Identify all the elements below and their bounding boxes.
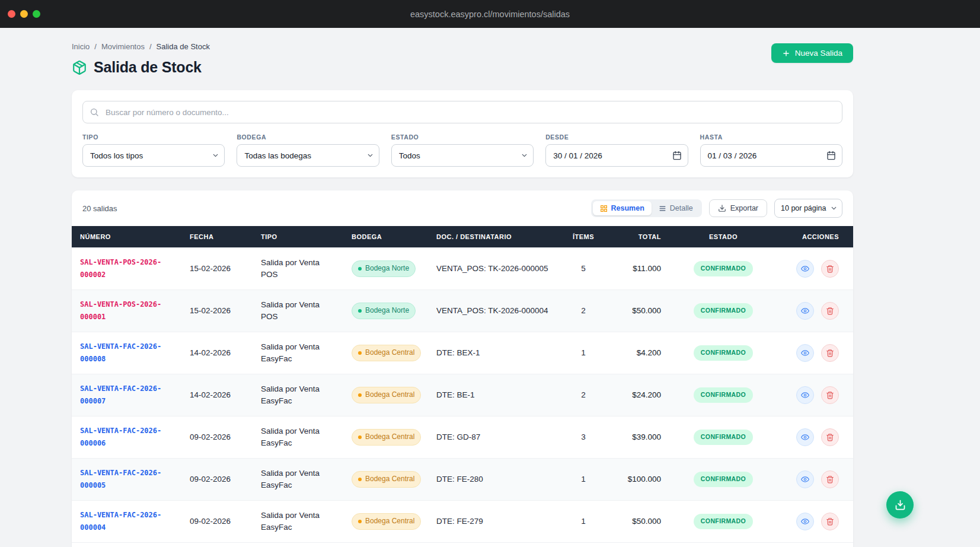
download-box-icon bbox=[894, 499, 906, 511]
page-title: Salida de Stock bbox=[94, 59, 202, 76]
movement-number-link[interactable]: SAL-VENTA-FAC-2026-000008 bbox=[80, 341, 173, 365]
view-detalle-button[interactable]: Detalle bbox=[652, 201, 700, 215]
new-salida-button[interactable]: Nueva Salida bbox=[771, 43, 853, 63]
view-resumen-button[interactable]: Resumen bbox=[593, 201, 652, 215]
movement-type: Salida por Venta EasyFac bbox=[253, 416, 343, 459]
download-fab-button[interactable] bbox=[886, 491, 914, 519]
header-bodega: BODEGA bbox=[343, 226, 428, 248]
delete-button[interactable] bbox=[821, 513, 839, 530]
tipo-select[interactable]: Todos los tipos bbox=[82, 144, 225, 167]
window-titlebar: easystock.easypro.cl/movimientos/salidas bbox=[0, 0, 980, 28]
maximize-window-button[interactable] bbox=[33, 10, 40, 18]
warehouse-name: Bodega Central bbox=[365, 348, 414, 358]
estado-select[interactable]: Todos bbox=[391, 144, 534, 167]
calendar-icon[interactable] bbox=[672, 151, 682, 160]
bodega-filter-label: BODEGA bbox=[237, 133, 379, 141]
table-row: SAL-VENTA-FAC-2026-000005 09-02-2026 Sal… bbox=[72, 459, 853, 501]
movement-number-link[interactable]: SAL-VENTA-POS-2026-000002 bbox=[80, 256, 173, 281]
table-row: SAL-VENTA-FAC-2026-000004 09-02-2026 Sal… bbox=[72, 501, 853, 543]
movement-number-link[interactable]: SAL-VENTA-POS-2026-000001 bbox=[80, 298, 173, 323]
document-reference: DTE: GD-87 bbox=[428, 416, 557, 459]
hasta-date-value: 01 / 03 / 2026 bbox=[708, 151, 757, 160]
document-reference: DTE: FE-280 bbox=[428, 459, 557, 501]
status-badge: CONFIRMADO bbox=[694, 345, 753, 360]
minimize-window-button[interactable] bbox=[20, 10, 28, 18]
warehouse-name: Bodega Norte bbox=[365, 306, 409, 316]
per-page-select[interactable]: 10 por página bbox=[774, 199, 842, 218]
movement-type: Salida por Venta EasyFac bbox=[253, 501, 343, 543]
document-reference: DTE: FE-279 bbox=[428, 501, 557, 543]
plus-icon bbox=[782, 49, 790, 58]
bodega-select[interactable]: Todas las bodegas bbox=[237, 144, 379, 167]
movement-number-link[interactable]: SAL-VENTA-FAC-2026-000004 bbox=[80, 509, 173, 534]
movement-number-link[interactable]: SAL-VENTA-FAC-2026-000005 bbox=[80, 467, 173, 492]
view-button[interactable] bbox=[796, 513, 814, 530]
document-reference: VENTA_POS: TK-2026-000005 bbox=[428, 248, 557, 290]
view-button[interactable] bbox=[796, 302, 814, 320]
header-doc: DOC. / DESTINATARIO bbox=[428, 226, 557, 248]
movement-date: 14-02-2026 bbox=[181, 374, 253, 416]
movement-type: Salida por Venta EasyFac bbox=[253, 332, 343, 374]
items-count: 1 bbox=[557, 501, 610, 543]
view-button[interactable] bbox=[796, 344, 814, 362]
table-row: SAL-VENTA-POS-2026-000002 15-02-2026 Sal… bbox=[72, 248, 853, 290]
warehouse-badge: Bodega Norte bbox=[352, 260, 416, 276]
page-container: Inicio / Movimientos / Salida de Stock S… bbox=[72, 28, 853, 547]
trash-icon bbox=[826, 475, 834, 484]
page-header: Inicio / Movimientos / Salida de Stock S… bbox=[72, 42, 853, 76]
items-count: 2 bbox=[557, 374, 610, 416]
view-button[interactable] bbox=[796, 260, 814, 278]
warehouse-dot-icon bbox=[358, 309, 362, 313]
delete-button[interactable] bbox=[821, 428, 839, 446]
delete-button[interactable] bbox=[821, 302, 839, 320]
delete-button[interactable] bbox=[821, 386, 839, 404]
warehouse-dot-icon bbox=[358, 351, 362, 355]
movement-date: 15-02-2026 bbox=[181, 248, 253, 290]
movement-date: 15-02-2026 bbox=[181, 290, 253, 332]
view-button[interactable] bbox=[796, 386, 814, 404]
warehouse-badge: Bodega Central bbox=[352, 513, 421, 529]
view-toggle: Resumen Detalle bbox=[591, 199, 702, 217]
total-amount: $11.000 bbox=[610, 248, 675, 290]
tipo-filter-label: TIPO bbox=[82, 133, 225, 141]
view-detalle-label: Detalle bbox=[670, 204, 693, 212]
warehouse-badge: Bodega Central bbox=[352, 471, 421, 487]
results-card: 20 salidas Resumen Detalle Exportar bbox=[72, 190, 853, 547]
breadcrumb-current: Salida de Stock bbox=[157, 42, 210, 51]
view-button[interactable] bbox=[796, 470, 814, 488]
search-input[interactable] bbox=[82, 101, 842, 123]
breadcrumb-movimientos[interactable]: Movimientos bbox=[101, 42, 145, 51]
list-icon bbox=[659, 205, 666, 212]
movement-date: 09-02-2026 bbox=[181, 459, 253, 501]
close-window-button[interactable] bbox=[8, 10, 15, 18]
export-button[interactable]: Exportar bbox=[709, 199, 767, 217]
desde-date-input[interactable]: 30 / 01 / 2026 bbox=[545, 144, 688, 167]
hasta-date-input[interactable]: 01 / 03 / 2026 bbox=[700, 144, 842, 167]
warehouse-dot-icon bbox=[358, 520, 362, 523]
warehouse-name: Bodega Central bbox=[365, 432, 414, 442]
movement-number-link[interactable]: SAL-VENTA-FAC-2026-000007 bbox=[80, 383, 173, 408]
delete-button[interactable] bbox=[821, 470, 839, 488]
header-numero: NÚMERO bbox=[72, 226, 181, 248]
eye-icon bbox=[801, 265, 809, 273]
items-count: 1 bbox=[557, 459, 610, 501]
header-tipo: TIPO bbox=[253, 226, 343, 248]
header-fecha: FECHA bbox=[181, 226, 253, 248]
view-button[interactable] bbox=[796, 428, 814, 446]
trash-icon bbox=[826, 517, 834, 526]
delete-button[interactable] bbox=[821, 344, 839, 362]
breadcrumb-inicio[interactable]: Inicio bbox=[72, 42, 90, 51]
warehouse-dot-icon bbox=[358, 478, 362, 481]
status-badge: CONFIRMADO bbox=[694, 261, 753, 276]
trash-icon bbox=[826, 349, 834, 357]
eye-icon bbox=[801, 307, 809, 315]
eye-icon bbox=[801, 475, 809, 484]
status-badge: CONFIRMADO bbox=[694, 472, 753, 486]
calendar-icon[interactable] bbox=[826, 151, 836, 160]
table-body: SAL-VENTA-POS-2026-000002 15-02-2026 Sal… bbox=[72, 248, 853, 543]
delete-button[interactable] bbox=[821, 260, 839, 278]
movement-number-link[interactable]: SAL-VENTA-FAC-2026-000006 bbox=[80, 425, 173, 450]
items-count: 2 bbox=[557, 290, 610, 332]
view-resumen-label: Resumen bbox=[611, 204, 644, 212]
status-badge: CONFIRMADO bbox=[694, 303, 753, 318]
